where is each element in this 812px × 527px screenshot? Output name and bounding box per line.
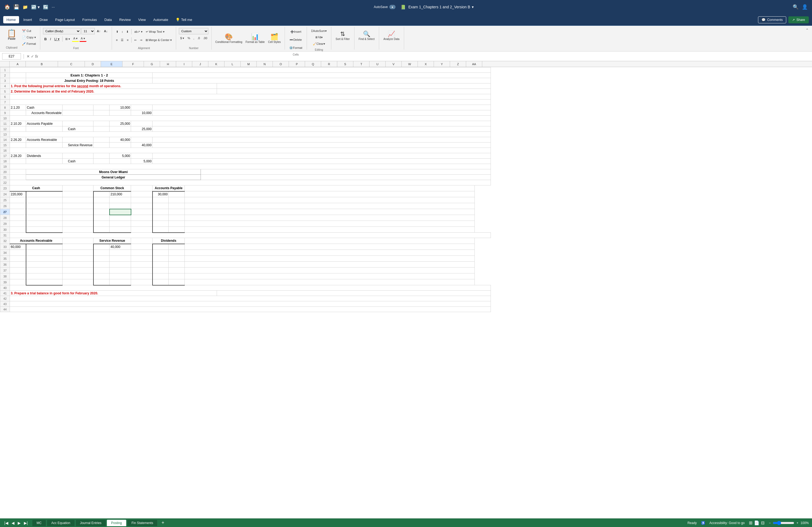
cell-11-D[interactable] <box>93 121 110 126</box>
cell-26-H[interactable] <box>169 203 185 209</box>
cell-4-A[interactable]: 1. Post the following journal entries fo… <box>10 84 217 89</box>
col-header-P[interactable]: P <box>289 61 305 67</box>
col-header-F[interactable]: F <box>122 61 144 67</box>
cell-36-A[interactable] <box>10 261 26 268</box>
cell-28-G[interactable] <box>153 215 169 221</box>
cell-33-sep1[interactable] <box>62 244 93 250</box>
orientation-button[interactable]: ab↗ ▾ <box>133 29 144 35</box>
cell-27-sep2[interactable] <box>131 209 153 215</box>
cell-9-rest[interactable] <box>153 110 491 116</box>
cell-14-D[interactable] <box>93 137 110 142</box>
col-header-Q[interactable]: Q <box>305 61 321 67</box>
cell-29-G[interactable] <box>153 221 169 227</box>
zoom-in-icon[interactable]: + <box>796 521 798 525</box>
cell-8-D[interactable] <box>93 105 110 110</box>
cell-36-B[interactable] <box>26 261 62 268</box>
cell-36-H[interactable] <box>169 261 185 268</box>
col-header-N[interactable]: N <box>257 61 273 67</box>
cell-24-sep1[interactable] <box>62 191 93 197</box>
cell-25-rest[interactable] <box>185 197 475 203</box>
format-button[interactable]: ⚙️Format <box>288 44 304 51</box>
cell-37-rest[interactable] <box>185 268 475 273</box>
cell-15-D[interactable] <box>93 142 110 148</box>
cell-35-sep2[interactable] <box>131 256 153 261</box>
cell-37-B[interactable] <box>26 268 62 273</box>
cell-23-sep1[interactable] <box>62 185 93 191</box>
cell-25-B[interactable] <box>26 197 62 203</box>
comma-button[interactable]: , <box>192 35 195 41</box>
cell-13-A[interactable] <box>10 132 491 137</box>
col-header-W[interactable]: W <box>402 61 418 67</box>
find-select-button[interactable]: 🔍 Find & Select <box>357 28 376 43</box>
cell-11-C[interactable] <box>62 121 93 126</box>
italic-button[interactable]: I <box>48 36 52 42</box>
menu-draw[interactable]: Draw <box>36 16 51 23</box>
cell-4-rest[interactable] <box>217 84 491 89</box>
collapse-ribbon-button[interactable]: ⌃ <box>804 27 810 50</box>
cell-17-C[interactable] <box>62 153 93 159</box>
cell-16-A[interactable] <box>10 148 491 153</box>
cell-14-rest[interactable] <box>153 137 491 142</box>
cell-38-G[interactable] <box>153 273 169 279</box>
cell-12-F[interactable]: 25,000 <box>131 126 153 132</box>
cell-34-sep1[interactable] <box>62 250 93 256</box>
undo-icon[interactable]: ↩️ ▾ <box>31 4 40 10</box>
cell-38-H[interactable] <box>169 273 185 279</box>
cell-21-rest[interactable] <box>201 175 491 180</box>
cell-8-C[interactable] <box>62 105 93 110</box>
cell-27-E-selected[interactable] <box>110 209 131 215</box>
cell-28-A[interactable] <box>10 215 26 221</box>
sort-filter-button[interactable]: ⇅ Sort & Filter <box>334 28 351 43</box>
cell-34-B[interactable] <box>26 250 62 256</box>
cell-32-div-header[interactable]: Dividends <box>153 238 185 244</box>
cell-20-A[interactable] <box>10 169 26 175</box>
cell-12-D[interactable] <box>93 126 110 132</box>
clear-button[interactable]: 🧹Clear▾ <box>309 41 329 47</box>
cut-button[interactable]: ✂️ Cut <box>21 28 37 34</box>
cell-39-rest[interactable] <box>185 279 475 285</box>
cell-reference-box[interactable]: E27 <box>2 53 21 60</box>
font-color-button[interactable]: A ▾ <box>79 36 86 42</box>
cell-styles-button[interactable]: 🗂️ Cell Styles <box>266 30 282 47</box>
nav-first-sheet[interactable]: |◀ <box>3 520 10 526</box>
cell-32-rest[interactable] <box>185 238 475 244</box>
cell-30-rest[interactable] <box>185 227 475 232</box>
cell-20-B[interactable]: Moons Over Miami <box>26 169 201 175</box>
cell-26-G[interactable] <box>153 203 169 209</box>
cell-14-E[interactable]: 40,000 <box>110 137 131 142</box>
cell-11-F[interactable] <box>131 121 153 126</box>
cell-11-rest[interactable] <box>153 121 491 126</box>
bold-button[interactable]: B <box>43 36 48 42</box>
align-top-button[interactable]: ⬆ <box>115 29 120 35</box>
col-header-I[interactable]: I <box>176 61 192 67</box>
cell-32-sep2[interactable] <box>131 238 153 244</box>
merge-center-button[interactable]: ⊞ Merge & Center ▾ <box>144 37 173 43</box>
tab-posting[interactable]: Posting <box>106 520 127 526</box>
cell-34-A[interactable] <box>10 250 26 256</box>
menu-insert[interactable]: Insert <box>20 16 35 23</box>
increase-indent-button[interactable]: ⇒ <box>139 37 144 43</box>
percent-button[interactable]: % <box>186 35 191 41</box>
cell-20-rest[interactable] <box>201 169 491 175</box>
cell-39-D[interactable] <box>93 279 110 285</box>
decrease-decimal-button[interactable]: .00 <box>202 35 208 41</box>
grid-wrapper[interactable]: 1 2 Exam 1: Chapters 1 - 2 3 Jou <box>0 67 812 518</box>
number-format-select[interactable]: Custom General Number Currency Accountin… <box>179 28 208 34</box>
cell-17-F[interactable] <box>131 153 153 159</box>
decrease-font-button[interactable]: A↓ <box>103 28 109 34</box>
cell-37-sep1[interactable] <box>62 268 93 273</box>
cell-3-B[interactable]: Journal Entry Posting: 18 Points <box>26 78 153 84</box>
col-header-U[interactable]: U <box>369 61 386 67</box>
nav-prev-sheet[interactable]: ◀ <box>11 520 16 526</box>
menu-home[interactable]: Home <box>3 16 19 23</box>
cell-38-B[interactable] <box>26 273 62 279</box>
col-header-B[interactable]: B <box>26 61 58 67</box>
cell-18-E[interactable] <box>110 159 131 164</box>
cell-37-A[interactable] <box>10 268 26 273</box>
cell-18-F[interactable]: 5,000 <box>131 159 153 164</box>
cell-26-B[interactable] <box>26 203 62 209</box>
cell-39-A[interactable] <box>10 279 26 285</box>
tab-fin-statements[interactable]: Fin Statements <box>127 520 158 526</box>
cell-8-B[interactable]: Cash <box>26 105 62 110</box>
cell-15-B[interactable] <box>26 142 62 148</box>
